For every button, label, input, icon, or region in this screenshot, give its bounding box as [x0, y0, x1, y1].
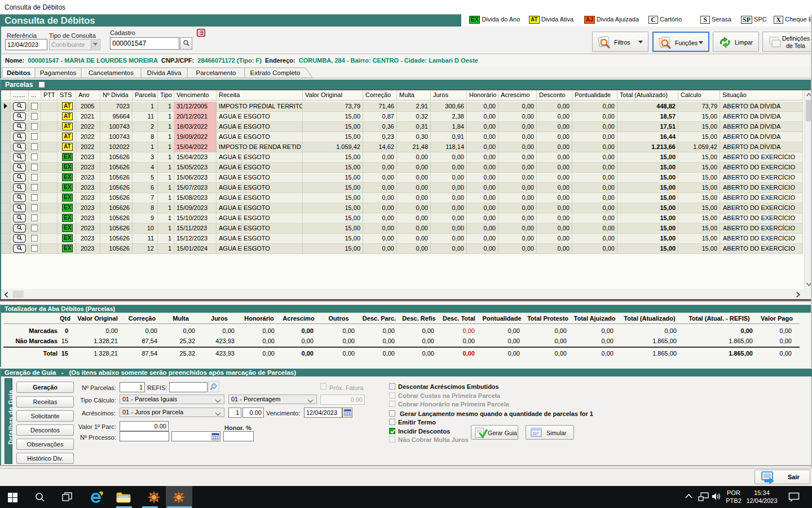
svg-text:Cancelamentos: Cancelamentos: [89, 69, 134, 76]
svg-text:Pagamentos: Pagamentos: [40, 69, 77, 76]
svg-text:Parcelamento: Parcelamento: [196, 69, 236, 76]
svg-text:Dívida Ativa: Dívida Ativa: [147, 69, 182, 76]
svg-text:Extrato Completo: Extrato Completo: [250, 69, 301, 76]
svg-text:Débitos: Débitos: [7, 69, 30, 76]
